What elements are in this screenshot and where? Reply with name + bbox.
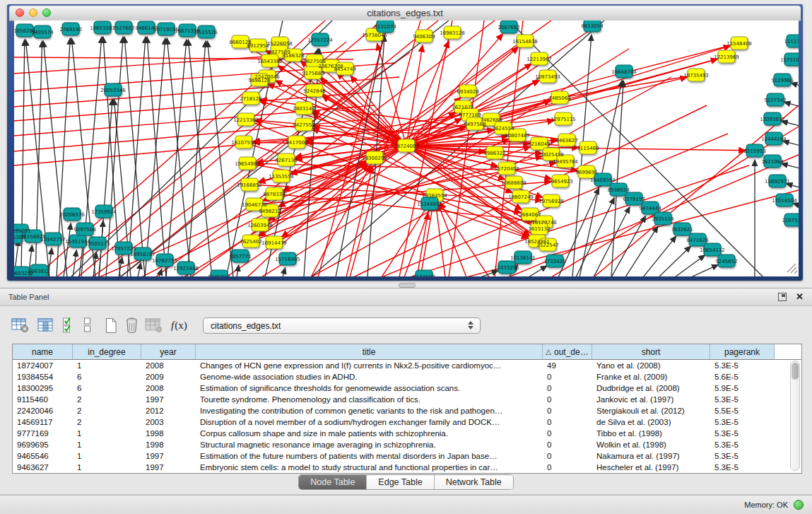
table-row[interactable]: 1872400712008Changes of HCN gene express… [13,360,801,371]
delete-table-icon[interactable] [124,315,139,335]
graph-node-label: 16154838 [512,39,538,45]
graph-node-label: 19495784 [553,159,578,165]
unselect-all-icon[interactable] [83,315,92,335]
graph-node-label: 10025458 [539,152,564,158]
table-cell: 9777169 [13,428,73,439]
close-panel-icon[interactable]: ✕ [796,291,804,303]
graph-node-label: 7986322 [483,151,505,156]
column-header-year[interactable]: year [141,344,196,359]
tab-node-table[interactable]: Node Table [299,475,366,489]
graph-node-label: 7462666 [480,117,502,123]
graph-node-label: 18724007 [394,144,419,149]
graph-edge [436,204,445,276]
table-cell: Wolkin et al. (1998) [592,439,710,450]
graph-node-label: 8124509 [413,274,435,277]
table-tabs: Node TableEdge TableNetwork Table [0,474,812,490]
graph-node-label: 16782753 [152,258,177,264]
function-builder-icon[interactable]: f(x) [171,315,187,335]
table-row[interactable]: 1456911722003Disruption of a novel membe… [13,416,801,428]
column-header-name[interactable]: name [13,344,73,359]
table-cell: 5.3E-5 [710,428,775,439]
table-header-row: namein_degreeyeartitle△out_de…shortpager… [13,344,801,360]
table-body: 1872400712008Changes of HCN gene express… [13,360,801,473]
graph-node-label: 16120746 [531,220,557,226]
graph-node-label: 9427552 [293,122,314,128]
graph-node-label: 16543382 [257,59,283,64]
column-header-label: pagerank [724,347,760,357]
table-row[interactable]: 946362711997Embryonic stem cells: a mode… [13,462,801,473]
tab-edge-table[interactable]: Edge Table [366,475,433,489]
graph-node-label: 16107554 [231,140,257,146]
table-selector[interactable]: citations_edges.txt [203,317,481,334]
graph-node-label: 17357224 [307,37,333,43]
graph-node-label: 9115460 [577,146,599,151]
column-header-title[interactable]: title [196,344,543,359]
graph-node-label: 12213383 [233,117,259,123]
import-table-disabled-icon[interactable] [145,315,163,335]
select-all-icon[interactable] [62,315,73,335]
graph-node-label: 13942757 [40,237,66,243]
graph-node-label: 11353554 [269,174,294,180]
graph-node-label: 8912954 [247,43,269,49]
table-settings-icon[interactable] [11,315,29,335]
graph-node-label: 8813054 [581,23,604,29]
graph-node-label: 1527602 [112,25,134,31]
table-row[interactable]: 2242004622012Investigating the contribut… [13,405,801,416]
graph-node-label: 8131074 [374,24,396,30]
table-cell: 0 [543,462,592,473]
column-header-label: short [642,347,661,357]
window-resize-grip-icon[interactable] [787,264,797,274]
graph-edge [14,134,360,165]
node-table: namein_degreeyeartitle△out_de…shortpager… [12,344,802,474]
table-cell: 9463627 [13,462,73,473]
table-cell: Structural magnetic resonance image aver… [196,439,543,450]
table-cell: 9115460 [13,394,73,405]
graph-node-label: 10973493 [535,74,560,80]
graph-node-label: 2522547 [536,243,558,248]
column-header-in-degree[interactable]: in_degree [73,344,141,359]
table-row[interactable]: 946554611997Estimation of the future num… [13,450,801,462]
graph-node-label: 10653287 [90,25,115,31]
column-header-label: out_de… [554,347,589,357]
graph-node-label: 1935051 [14,228,31,234]
table-row[interactable]: 1938455462009Genome-wide association stu… [13,371,801,382]
table-row[interactable]: 969969511998Structural magnetic resonanc… [13,439,801,450]
graph-node-label: 9242848 [303,88,325,94]
network-window-titlebar[interactable]: citations_edges.txt [9,6,801,21]
citation-network-graph[interactable]: 1872400786601288912954152260589827509165… [14,21,799,276]
graph-node-label: 6216049 [528,141,550,147]
table-scrollbar[interactable] [790,361,800,471]
splitter-grip-icon[interactable] [399,283,416,288]
graph-node-label: 7515526 [195,30,218,35]
graph-edge [283,268,286,276]
show-columns-icon[interactable] [37,315,54,335]
tab-network-table[interactable]: Network Table [434,475,513,489]
graph-node-label: 15716485 [275,257,300,262]
float-panel-icon[interactable] [778,293,787,301]
create-table-icon[interactable] [105,315,117,335]
graph-edge [127,37,146,276]
table-cell: Disruption of a novel member of a sodium… [196,416,543,428]
network-view[interactable]: 1872400786601288912954152260589827509165… [14,21,799,276]
graph-node-label: 15751074 [780,57,799,63]
table-row[interactable]: 977716911998Corpus callosum shape and si… [13,428,801,439]
graph-node-label: 20053346 [100,88,126,93]
panel-splitter[interactable] [0,281,812,288]
column-header-out-de-[interactable]: △out_de… [543,344,592,359]
column-header-pagerank[interactable]: pagerank [710,344,775,359]
graph-edge [691,264,718,276]
column-header-short[interactable]: short [592,344,710,359]
table-cell: 0 [543,450,592,462]
graph-edge [311,165,370,276]
table-scrollbar-thumb[interactable] [792,363,799,380]
graph-edge [659,246,691,276]
graph-node-label: 10654112 [700,247,725,253]
graph-node-label: 1615132 [528,226,550,232]
graph-node-label: 9777169 [459,112,481,118]
graph-node-label: 6379197 [623,197,645,202]
graph-node-label: 8454749 [334,66,355,72]
table-row[interactable]: 1830029562008Estimation of significance … [13,382,801,394]
table-cell: Hescheler et al. (1997) [592,462,710,473]
table-row[interactable]: 911546021997Tourette syndrome. Phenomeno… [13,394,801,405]
graph-node-label: 1111730 [784,39,799,45]
